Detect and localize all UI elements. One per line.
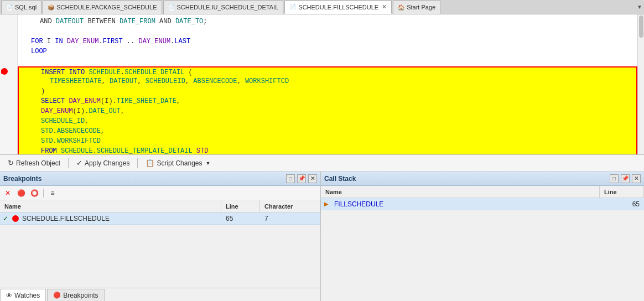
breakpoints-columns: Name Line Character [0, 200, 320, 212]
panel-close-btn[interactable]: ✕ [308, 174, 317, 183]
line-gutter [0, 14, 18, 154]
cs-arrow-icon: ▶ [324, 201, 329, 207]
refresh-icon: ↻ [8, 159, 14, 167]
tab-iu-label: SCHEDULE.IU_SCHEDULE_DETAIL [177, 4, 279, 11]
callstack-panel-header: Call Stack □ 📌 ✕ [321, 172, 644, 186]
breakpoints-tab-icon: 🔴 [53, 292, 61, 299]
script-changes-button[interactable]: 📋 Script Changes ▼ [141, 157, 215, 169]
gutter-breakpoint-line [0, 66, 17, 76]
watches-tab-label: Watches [14, 292, 40, 299]
callstack-title: Call Stack [324, 175, 610, 183]
code-content[interactable]: AND DATEOUT BETWEEN DATE_FROM AND DATE_T… [18, 14, 637, 154]
gutter-line [0, 146, 17, 155]
callstack-columns: Name Line [321, 186, 644, 198]
cs-func-line: 65 [600, 200, 644, 208]
cs-col-name: Name [321, 186, 600, 198]
panel-pin-btn[interactable]: 📌 [297, 174, 306, 183]
tab-iu-schedule[interactable]: 📄 SCHEDULE.IU_SCHEDULE_DETAIL [163, 1, 284, 14]
tab-iu-icon: 📄 [168, 4, 175, 11]
code-line-scheduleid: SCHEDULE_ID, [18, 116, 637, 126]
breakpoints-content: ✓ SCHEDULE.FILLSCHEDULE 65 7 [0, 212, 320, 288]
tab-pkg-label: SCHEDULE.PACKAGE_SCHEDULE [56, 4, 157, 11]
toolbar-sep-1 [68, 158, 69, 168]
tab-sql-icon: 📄 [6, 4, 13, 11]
breakpoints-tab-label: Breakpoints [63, 292, 98, 299]
breakpoints-bottom-tab[interactable]: 🔴 Breakpoints [47, 289, 104, 301]
gutter-line [0, 56, 17, 66]
breakpoints-panel: Breakpoints □ 📌 ✕ ✕ 🔴 ⭕ ≡ Name Line Char… [0, 172, 321, 301]
toolbar-sep-2 [137, 158, 138, 168]
panel-restore-btn[interactable]: □ [286, 174, 295, 183]
gutter-line [0, 46, 17, 56]
cs-col-line: Line [600, 186, 644, 198]
tab-start-icon: 🏠 [398, 4, 404, 11]
callstack-row[interactable]: ▶ FILLSCHEDULE 65 [321, 198, 644, 210]
tab-bar: 📄 SQL.sql 📦 SCHEDULE.PACKAGE_SCHEDULE 📄 … [0, 0, 644, 14]
editor-toolbar: ↻ Refresh Object ✓ Apply Changes 📋 Scrip… [0, 155, 644, 172]
code-line-paren: ) [18, 86, 637, 96]
cs-close-btn[interactable]: ✕ [632, 174, 641, 183]
gutter-line [0, 37, 17, 46]
apply-label: Apply Changes [85, 159, 129, 167]
editor-scrollbar[interactable] [637, 14, 644, 154]
gutter-line [0, 86, 17, 96]
gutter-line [0, 116, 17, 126]
callstack-content: ▶ FILLSCHEDULE 65 [321, 198, 644, 301]
gutter-line [0, 126, 17, 136]
gutter-line [0, 106, 17, 116]
editor-area: AND DATEOUT BETWEEN DATE_FROM AND DATE_T… [0, 14, 644, 155]
code-line-for: FOR I IN DAY_ENUM.FIRST .. DAY_ENUM.LAST [18, 37, 637, 46]
code-line-dateout: DAY_ENUM(I).DATE_OUT, [18, 106, 637, 116]
breakpoint-row[interactable]: ✓ SCHEDULE.FILLSCHEDULE 65 7 [0, 212, 320, 225]
tab-fill-close[interactable]: ✕ [382, 3, 387, 11]
bp-col-name: Name [0, 200, 221, 212]
code-line-cols: TIMESHEETDATE, DATEOUT, SCHEDULEID, ABSE… [18, 76, 637, 86]
bp-line: 65 [221, 215, 260, 222]
code-line-loop: LOOP [18, 46, 637, 56]
breakpoints-panel-header: Breakpoints □ 📌 ✕ [0, 172, 320, 186]
cs-func-name: FILLSCHEDULE [332, 200, 600, 208]
bp-settings-btn[interactable]: ≡ [47, 188, 58, 199]
watches-tab[interactable]: 👁 Watches [0, 289, 46, 301]
bottom-tab-bar: 👁 Watches 🔴 Breakpoints [0, 288, 320, 301]
tab-fill-icon: 📄 [289, 4, 296, 10]
refresh-label: Refresh Object [16, 159, 60, 167]
cs-pin-btn[interactable]: 📌 [621, 174, 630, 183]
cs-header-controls: □ 📌 ✕ [610, 174, 641, 183]
cs-arrow-col: ▶ [321, 201, 332, 207]
gutter-line [0, 27, 17, 37]
bp-dot-col [11, 215, 20, 222]
breakpoints-title: Breakpoints [3, 175, 286, 183]
code-line-shift: STD.WORKSHIFTCD [18, 136, 637, 146]
cs-restore-btn[interactable]: □ [610, 174, 619, 183]
refresh-object-button[interactable]: ↻ Refresh Object [3, 157, 65, 169]
code-line-blank [18, 27, 637, 37]
bp-enable-btn[interactable]: 🔴 [15, 188, 27, 199]
gutter-line [0, 96, 17, 106]
tab-start-label: Start Page [407, 4, 435, 11]
bp-red-dot [12, 215, 19, 222]
apply-icon: ✓ [76, 159, 82, 167]
watches-icon: 👁 [6, 292, 12, 299]
bp-col-line: Line [221, 200, 260, 212]
tab-package-schedule[interactable]: 📦 SCHEDULE.PACKAGE_SCHEDULE [43, 1, 162, 14]
tab-fillschedule[interactable]: 📄 SCHEDULE.FILLSCHEDULE ✕ [284, 1, 392, 14]
apply-changes-button[interactable]: ✓ Apply Changes [72, 157, 134, 169]
panel-header-controls: □ 📌 ✕ [286, 174, 317, 183]
code-line-insert: INSERT INTO SCHEDULE.SCHEDULE_DETAIL ( [18, 66, 637, 76]
tab-sql[interactable]: 📄 SQL.sql [1, 1, 41, 14]
gutter-line [0, 17, 17, 27]
bp-col-character: Character [260, 200, 320, 212]
tab-sql-label: SQL.sql [15, 4, 37, 11]
script-dropdown-arrow[interactable]: ▼ [205, 160, 210, 166]
bp-sep [43, 189, 44, 198]
bp-disable-btn[interactable]: ⭕ [29, 188, 40, 199]
bp-delete-btn[interactable]: ✕ [2, 188, 13, 199]
tab-pkg-icon: 📦 [48, 4, 54, 11]
code-line-select: SELECT DAY_ENUM(I).TIME_SHEET_DATE, [18, 96, 637, 106]
code-line-1: AND DATEOUT BETWEEN DATE_FROM AND DATE_T… [18, 17, 637, 27]
tab-fill-label: SCHEDULE.FILLSCHEDULE [298, 4, 378, 11]
tab-scroll-arrow[interactable]: ▼ [635, 1, 644, 14]
tab-start-page[interactable]: 🏠 Start Page [393, 1, 440, 14]
bp-character: 7 [260, 215, 320, 222]
